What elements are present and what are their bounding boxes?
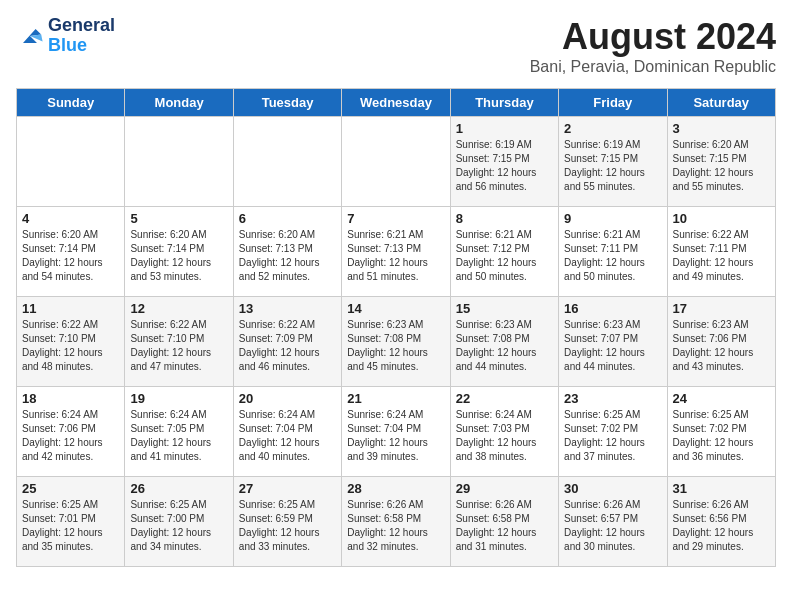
day-number: 13 bbox=[239, 301, 336, 316]
day-number: 2 bbox=[564, 121, 661, 136]
calendar-subtitle: Bani, Peravia, Dominican Republic bbox=[530, 58, 776, 76]
day-number: 23 bbox=[564, 391, 661, 406]
day-number: 1 bbox=[456, 121, 553, 136]
calendar-week-row: 25Sunrise: 6:25 AM Sunset: 7:01 PM Dayli… bbox=[17, 477, 776, 567]
calendar-cell: 9Sunrise: 6:21 AM Sunset: 7:11 PM Daylig… bbox=[559, 207, 667, 297]
day-info: Sunrise: 6:19 AM Sunset: 7:15 PM Dayligh… bbox=[564, 138, 661, 194]
calendar-cell: 19Sunrise: 6:24 AM Sunset: 7:05 PM Dayli… bbox=[125, 387, 233, 477]
day-info: Sunrise: 6:22 AM Sunset: 7:11 PM Dayligh… bbox=[673, 228, 770, 284]
calendar-title: August 2024 bbox=[530, 16, 776, 58]
calendar-cell: 14Sunrise: 6:23 AM Sunset: 7:08 PM Dayli… bbox=[342, 297, 450, 387]
calendar-cell: 27Sunrise: 6:25 AM Sunset: 6:59 PM Dayli… bbox=[233, 477, 341, 567]
calendar-cell: 1Sunrise: 6:19 AM Sunset: 7:15 PM Daylig… bbox=[450, 117, 558, 207]
day-info: Sunrise: 6:22 AM Sunset: 7:09 PM Dayligh… bbox=[239, 318, 336, 374]
calendar-cell: 3Sunrise: 6:20 AM Sunset: 7:15 PM Daylig… bbox=[667, 117, 775, 207]
logo-text: General Blue bbox=[48, 16, 115, 56]
day-number: 27 bbox=[239, 481, 336, 496]
day-number: 16 bbox=[564, 301, 661, 316]
day-number: 29 bbox=[456, 481, 553, 496]
calendar-cell: 21Sunrise: 6:24 AM Sunset: 7:04 PM Dayli… bbox=[342, 387, 450, 477]
calendar-cell: 26Sunrise: 6:25 AM Sunset: 7:00 PM Dayli… bbox=[125, 477, 233, 567]
day-number: 6 bbox=[239, 211, 336, 226]
calendar-table: SundayMondayTuesdayWednesdayThursdayFrid… bbox=[16, 88, 776, 567]
weekday-header-sunday: Sunday bbox=[17, 89, 125, 117]
day-number: 25 bbox=[22, 481, 119, 496]
calendar-cell: 25Sunrise: 6:25 AM Sunset: 7:01 PM Dayli… bbox=[17, 477, 125, 567]
day-number: 31 bbox=[673, 481, 770, 496]
calendar-cell: 23Sunrise: 6:25 AM Sunset: 7:02 PM Dayli… bbox=[559, 387, 667, 477]
day-number: 15 bbox=[456, 301, 553, 316]
weekday-header-friday: Friday bbox=[559, 89, 667, 117]
day-info: Sunrise: 6:20 AM Sunset: 7:15 PM Dayligh… bbox=[673, 138, 770, 194]
logo: General Blue bbox=[16, 16, 115, 56]
day-number: 18 bbox=[22, 391, 119, 406]
day-info: Sunrise: 6:26 AM Sunset: 6:58 PM Dayligh… bbox=[347, 498, 444, 554]
day-info: Sunrise: 6:26 AM Sunset: 6:58 PM Dayligh… bbox=[456, 498, 553, 554]
day-number: 28 bbox=[347, 481, 444, 496]
calendar-cell: 15Sunrise: 6:23 AM Sunset: 7:08 PM Dayli… bbox=[450, 297, 558, 387]
calendar-cell: 11Sunrise: 6:22 AM Sunset: 7:10 PM Dayli… bbox=[17, 297, 125, 387]
day-info: Sunrise: 6:20 AM Sunset: 7:14 PM Dayligh… bbox=[22, 228, 119, 284]
calendar-cell: 7Sunrise: 6:21 AM Sunset: 7:13 PM Daylig… bbox=[342, 207, 450, 297]
day-number: 7 bbox=[347, 211, 444, 226]
logo-line2: Blue bbox=[48, 36, 115, 56]
day-number: 30 bbox=[564, 481, 661, 496]
day-info: Sunrise: 6:23 AM Sunset: 7:08 PM Dayligh… bbox=[456, 318, 553, 374]
day-info: Sunrise: 6:22 AM Sunset: 7:10 PM Dayligh… bbox=[22, 318, 119, 374]
day-number: 3 bbox=[673, 121, 770, 136]
weekday-header-wednesday: Wednesday bbox=[342, 89, 450, 117]
day-info: Sunrise: 6:24 AM Sunset: 7:05 PM Dayligh… bbox=[130, 408, 227, 464]
calendar-cell bbox=[125, 117, 233, 207]
calendar-cell: 4Sunrise: 6:20 AM Sunset: 7:14 PM Daylig… bbox=[17, 207, 125, 297]
day-info: Sunrise: 6:20 AM Sunset: 7:13 PM Dayligh… bbox=[239, 228, 336, 284]
weekday-header-monday: Monday bbox=[125, 89, 233, 117]
header: General Blue August 2024 Bani, Peravia, … bbox=[16, 16, 776, 76]
day-number: 17 bbox=[673, 301, 770, 316]
day-number: 11 bbox=[22, 301, 119, 316]
calendar-cell: 24Sunrise: 6:25 AM Sunset: 7:02 PM Dayli… bbox=[667, 387, 775, 477]
day-info: Sunrise: 6:20 AM Sunset: 7:14 PM Dayligh… bbox=[130, 228, 227, 284]
calendar-week-row: 1Sunrise: 6:19 AM Sunset: 7:15 PM Daylig… bbox=[17, 117, 776, 207]
day-info: Sunrise: 6:25 AM Sunset: 7:02 PM Dayligh… bbox=[673, 408, 770, 464]
calendar-cell: 8Sunrise: 6:21 AM Sunset: 7:12 PM Daylig… bbox=[450, 207, 558, 297]
calendar-week-row: 18Sunrise: 6:24 AM Sunset: 7:06 PM Dayli… bbox=[17, 387, 776, 477]
day-info: Sunrise: 6:24 AM Sunset: 7:06 PM Dayligh… bbox=[22, 408, 119, 464]
calendar-cell: 28Sunrise: 6:26 AM Sunset: 6:58 PM Dayli… bbox=[342, 477, 450, 567]
day-info: Sunrise: 6:24 AM Sunset: 7:03 PM Dayligh… bbox=[456, 408, 553, 464]
logo-bird-icon bbox=[16, 22, 44, 50]
day-number: 8 bbox=[456, 211, 553, 226]
calendar-cell: 18Sunrise: 6:24 AM Sunset: 7:06 PM Dayli… bbox=[17, 387, 125, 477]
day-number: 10 bbox=[673, 211, 770, 226]
day-number: 26 bbox=[130, 481, 227, 496]
calendar-cell: 30Sunrise: 6:26 AM Sunset: 6:57 PM Dayli… bbox=[559, 477, 667, 567]
day-number: 9 bbox=[564, 211, 661, 226]
calendar-cell: 22Sunrise: 6:24 AM Sunset: 7:03 PM Dayli… bbox=[450, 387, 558, 477]
calendar-cell: 6Sunrise: 6:20 AM Sunset: 7:13 PM Daylig… bbox=[233, 207, 341, 297]
day-info: Sunrise: 6:25 AM Sunset: 7:00 PM Dayligh… bbox=[130, 498, 227, 554]
calendar-week-row: 4Sunrise: 6:20 AM Sunset: 7:14 PM Daylig… bbox=[17, 207, 776, 297]
day-info: Sunrise: 6:21 AM Sunset: 7:13 PM Dayligh… bbox=[347, 228, 444, 284]
day-info: Sunrise: 6:25 AM Sunset: 7:02 PM Dayligh… bbox=[564, 408, 661, 464]
calendar-cell: 10Sunrise: 6:22 AM Sunset: 7:11 PM Dayli… bbox=[667, 207, 775, 297]
day-info: Sunrise: 6:23 AM Sunset: 7:07 PM Dayligh… bbox=[564, 318, 661, 374]
calendar-week-row: 11Sunrise: 6:22 AM Sunset: 7:10 PM Dayli… bbox=[17, 297, 776, 387]
day-info: Sunrise: 6:25 AM Sunset: 6:59 PM Dayligh… bbox=[239, 498, 336, 554]
day-info: Sunrise: 6:22 AM Sunset: 7:10 PM Dayligh… bbox=[130, 318, 227, 374]
calendar-cell: 29Sunrise: 6:26 AM Sunset: 6:58 PM Dayli… bbox=[450, 477, 558, 567]
day-info: Sunrise: 6:21 AM Sunset: 7:12 PM Dayligh… bbox=[456, 228, 553, 284]
weekday-header-tuesday: Tuesday bbox=[233, 89, 341, 117]
day-info: Sunrise: 6:26 AM Sunset: 6:57 PM Dayligh… bbox=[564, 498, 661, 554]
day-number: 12 bbox=[130, 301, 227, 316]
calendar-cell bbox=[342, 117, 450, 207]
day-number: 24 bbox=[673, 391, 770, 406]
day-info: Sunrise: 6:23 AM Sunset: 7:08 PM Dayligh… bbox=[347, 318, 444, 374]
day-info: Sunrise: 6:24 AM Sunset: 7:04 PM Dayligh… bbox=[239, 408, 336, 464]
day-info: Sunrise: 6:24 AM Sunset: 7:04 PM Dayligh… bbox=[347, 408, 444, 464]
calendar-cell: 17Sunrise: 6:23 AM Sunset: 7:06 PM Dayli… bbox=[667, 297, 775, 387]
day-info: Sunrise: 6:25 AM Sunset: 7:01 PM Dayligh… bbox=[22, 498, 119, 554]
calendar-cell: 12Sunrise: 6:22 AM Sunset: 7:10 PM Dayli… bbox=[125, 297, 233, 387]
day-number: 19 bbox=[130, 391, 227, 406]
day-info: Sunrise: 6:19 AM Sunset: 7:15 PM Dayligh… bbox=[456, 138, 553, 194]
calendar-cell bbox=[17, 117, 125, 207]
day-number: 14 bbox=[347, 301, 444, 316]
